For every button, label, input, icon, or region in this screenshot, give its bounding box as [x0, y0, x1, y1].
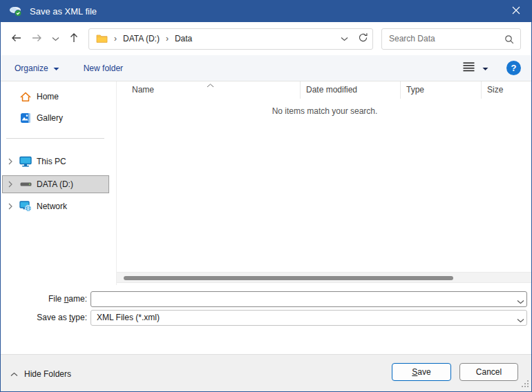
caret-down-icon [53, 63, 59, 73]
chevron-down-icon [52, 34, 59, 43]
navigation-pane: Home Gallery [1, 81, 117, 285]
sidebar-item-this-pc[interactable]: This PC [2, 153, 109, 170]
window-title: Save as XML file [30, 6, 97, 17]
file-name-input[interactable] [91, 291, 527, 307]
breadcrumb-item-drive[interactable]: DATA (D:) [123, 34, 160, 43]
arrow-left-icon [10, 32, 22, 46]
folder-icon [96, 34, 108, 43]
breadcrumb-separator: › [114, 34, 117, 43]
save-as-dialog: Save as XML file [0, 0, 532, 392]
view-options-button[interactable] [463, 62, 488, 74]
refresh-icon [358, 32, 368, 45]
chevron-right-icon[interactable] [3, 181, 18, 188]
horizontal-scrollbar[interactable] [117, 272, 532, 283]
address-dropdown-button[interactable] [335, 29, 354, 49]
save-button[interactable]: Save [392, 363, 451, 381]
search-box [381, 28, 521, 50]
cancel-button[interactable]: Cancel [459, 363, 518, 381]
close-button[interactable] [500, 1, 531, 22]
file-name-section: File name: Save as type: XML Files (*.xm… [1, 285, 531, 354]
empty-folder-message: No items match your search. [117, 106, 532, 116]
file-name-label: File name: [1, 291, 87, 307]
back-button[interactable] [10, 32, 22, 46]
recent-locations-button[interactable] [52, 34, 59, 43]
chevron-right-icon[interactable] [3, 158, 18, 165]
arrow-up-icon [68, 32, 79, 46]
organize-button[interactable]: Organize [15, 63, 59, 73]
sidebar-item-data-drive[interactable]: DATA (D:) [2, 175, 109, 193]
search-input[interactable] [382, 29, 520, 49]
gallery-icon [18, 112, 33, 124]
column-header-type[interactable]: Type [400, 81, 481, 99]
sidebar-item-label: Network [37, 202, 67, 211]
home-icon [18, 92, 33, 102]
chevron-right-icon[interactable] [3, 203, 18, 210]
sidebar-separator [6, 138, 104, 139]
refresh-button[interactable] [354, 29, 372, 49]
network-icon [18, 201, 33, 212]
chevron-down-icon[interactable] [517, 315, 524, 325]
app-icon [9, 6, 23, 17]
close-icon [512, 6, 520, 17]
title-bar: Save as XML file [1, 1, 531, 22]
chevron-down-icon [341, 34, 348, 43]
sidebar-item-home[interactable]: Home [2, 88, 109, 106]
caret-down-icon [482, 63, 488, 73]
save-as-type-label: Save as type: [1, 310, 87, 326]
sidebar-item-label: DATA (D:) [37, 179, 73, 189]
arrow-right-icon [31, 32, 43, 46]
breadcrumb-separator: › [166, 34, 169, 43]
help-button[interactable]: ? [506, 61, 521, 75]
sidebar-item-label: This PC [37, 157, 66, 166]
breadcrumb-item-folder[interactable]: Data [175, 34, 192, 43]
sidebar-item-label: Home [37, 92, 59, 101]
hide-folders-label: Hide Folders [24, 369, 71, 379]
column-header-size[interactable]: Size [481, 81, 532, 99]
navigation-bar: › DATA (D:) › Data [1, 22, 531, 55]
save-as-type-combobox[interactable]: XML Files (*.xml) [91, 310, 527, 326]
dialog-footer: Hide Folders Save Cancel [1, 354, 531, 392]
horizontal-scrollbar-thumb[interactable] [124, 276, 453, 280]
resize-grip-icon[interactable] [522, 380, 529, 390]
command-toolbar: Organize New folder ? [1, 55, 531, 81]
sidebar-item-label: Gallery [37, 113, 63, 123]
sidebar-item-gallery[interactable]: Gallery [2, 109, 109, 127]
drive-icon [18, 180, 33, 188]
sort-ascending-icon [207, 80, 214, 90]
address-bar[interactable]: › DATA (D:) › Data [88, 28, 373, 50]
list-view-icon [463, 62, 475, 74]
monitor-icon [18, 156, 33, 167]
search-icon [504, 35, 514, 46]
save-as-type-value: XML Files (*.xml) [97, 313, 160, 322]
file-list-pane: Name Date modified Type Size No items ma… [117, 81, 532, 285]
column-header-date-modified[interactable]: Date modified [300, 81, 400, 99]
new-folder-button[interactable]: New folder [84, 63, 123, 73]
chevron-up-icon [10, 369, 18, 379]
up-button[interactable] [68, 32, 79, 46]
column-header-row: Name Date modified Type Size [117, 81, 532, 99]
sidebar-item-network[interactable]: Network [2, 197, 109, 215]
forward-button[interactable] [31, 32, 43, 46]
hide-folders-button[interactable]: Hide Folders [10, 366, 71, 382]
organize-label: Organize [15, 63, 48, 73]
chevron-down-icon[interactable] [517, 297, 524, 306]
